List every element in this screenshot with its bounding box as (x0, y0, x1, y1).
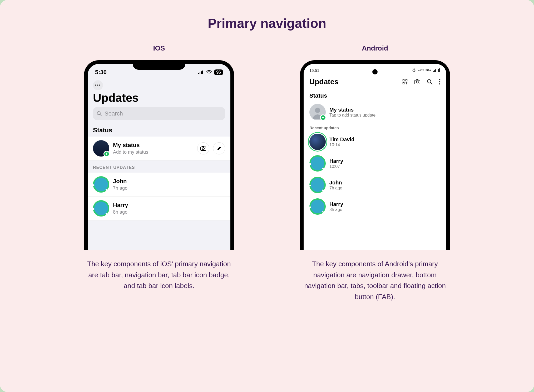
ios-screen: 5:30 96 ••• (88, 64, 230, 250)
status-name: Harry (113, 202, 225, 209)
search-placeholder: Search (105, 110, 123, 117)
camera-icon[interactable] (414, 79, 421, 84)
my-status-text: My status Add to my status (113, 142, 194, 155)
edit-button[interactable] (213, 142, 225, 154)
more-button[interactable]: ••• (93, 80, 103, 90)
status-name: John (113, 178, 225, 185)
ios-caption: The key components of iOS' primary navig… (85, 259, 233, 292)
my-status-avatar: + (309, 104, 326, 120)
status-avatar (309, 177, 326, 193)
svg-rect-14 (403, 83, 404, 84)
status-row[interactable]: John 7h ago (88, 173, 230, 197)
status-time: 10:14 (329, 143, 441, 147)
status-avatar (93, 200, 109, 217)
figure-card: Primary navigation IOS 5:30 (0, 0, 534, 392)
svg-point-20 (439, 81, 441, 83)
search-input[interactable]: Search (93, 107, 225, 120)
svg-rect-8 (202, 146, 204, 147)
svg-point-22 (315, 108, 320, 113)
android-app-bar: Updates (304, 74, 446, 88)
svg-rect-0 (198, 73, 199, 74)
ios-status-right: 96 (198, 69, 223, 75)
android-column: Android 15:51 VoLTE 5G+ (291, 44, 459, 302)
status-time: 7h ago (329, 186, 441, 190)
svg-line-18 (431, 83, 432, 84)
status-row[interactable]: Harry 8h ago (88, 197, 230, 220)
svg-rect-3 (202, 71, 203, 74)
network-label: 5G+ (426, 69, 431, 72)
recent-updates-header: RECENT UPDATES (88, 160, 230, 173)
my-status-sub: Tap to add status update (329, 113, 441, 118)
my-status-name: My status (113, 142, 194, 149)
plus-badge-icon: + (103, 151, 110, 157)
status-time: 7h ago (113, 185, 225, 191)
status-avatar (309, 155, 326, 172)
recent-updates-header: Recent updates (304, 123, 446, 131)
android-phone-frame: 15:51 VoLTE 5G+ (300, 60, 450, 250)
svg-rect-13 (406, 80, 407, 81)
android-status-right: VoLTE 5G+ (412, 68, 441, 72)
android-label: Android (362, 44, 388, 52)
my-status-avatar: + (93, 140, 109, 157)
search-icon[interactable] (427, 79, 433, 85)
overflow-menu-icon[interactable] (439, 79, 441, 85)
ios-status-section-header: Status (88, 123, 230, 137)
status-time: 10:07 (329, 164, 441, 169)
my-status-row[interactable]: + My status Add to my status (88, 137, 230, 160)
android-camera-punch (372, 69, 378, 74)
ios-column: IOS 5:30 96 (75, 44, 243, 302)
battery-level: 96 (214, 69, 223, 75)
status-row[interactable]: Tim David 10:14 (304, 131, 446, 153)
status-name: Tim David (329, 137, 441, 143)
status-avatar (93, 176, 109, 193)
cellular-icon (198, 71, 204, 74)
status-time: 8h ago (113, 209, 225, 215)
status-avatar (309, 198, 326, 215)
status-name: Harry (329, 201, 441, 207)
svg-point-4 (97, 112, 100, 115)
wifi-icon (206, 70, 212, 74)
ios-phone-frame: 5:30 96 ••• (84, 60, 234, 250)
my-status-row[interactable]: + My status Tap to add status update (304, 101, 446, 123)
svg-point-19 (439, 79, 441, 81)
ios-status-time: 5:30 (95, 69, 107, 76)
svg-point-21 (439, 83, 441, 85)
camera-button[interactable] (197, 142, 209, 154)
svg-rect-1 (200, 72, 200, 74)
svg-rect-11 (439, 68, 440, 69)
svg-rect-2 (201, 71, 202, 74)
ios-notch (133, 60, 185, 70)
status-avatar (309, 134, 326, 150)
android-status-section-header: Status (304, 88, 446, 101)
android-actions (402, 79, 441, 85)
svg-rect-12 (403, 80, 404, 81)
search-icon (97, 111, 102, 116)
svg-point-16 (416, 81, 418, 83)
my-status-name: My status (329, 107, 441, 113)
status-row[interactable]: Harry 10:07 (304, 153, 446, 174)
ios-more-row: ••• (88, 78, 230, 90)
ios-label: IOS (153, 44, 165, 52)
plus-badge-icon: + (320, 114, 326, 121)
qr-icon[interactable] (402, 79, 408, 85)
status-name: Harry (329, 158, 441, 164)
columns: IOS 5:30 96 (16, 44, 518, 302)
status-time: 8h ago (329, 207, 441, 212)
status-row[interactable]: John 7h ago (304, 174, 446, 196)
my-status-sub: Add to my status (113, 149, 194, 155)
android-page-title: Updates (309, 78, 338, 86)
figure-title: Primary navigation (16, 16, 518, 31)
svg-line-5 (100, 114, 101, 116)
status-row[interactable]: Harry 8h ago (304, 196, 446, 217)
battery-icon (438, 68, 441, 72)
svg-point-17 (428, 80, 431, 83)
android-status-time: 15:51 (309, 68, 319, 73)
volte-label: VoLTE (418, 69, 424, 71)
svg-point-7 (202, 148, 204, 150)
alarm-icon (412, 68, 416, 72)
svg-rect-10 (438, 69, 440, 72)
signal-icon (433, 68, 436, 72)
ios-page-title: Updates (88, 90, 230, 107)
android-screen: 15:51 VoLTE 5G+ (304, 64, 446, 250)
status-name: John (329, 180, 441, 186)
